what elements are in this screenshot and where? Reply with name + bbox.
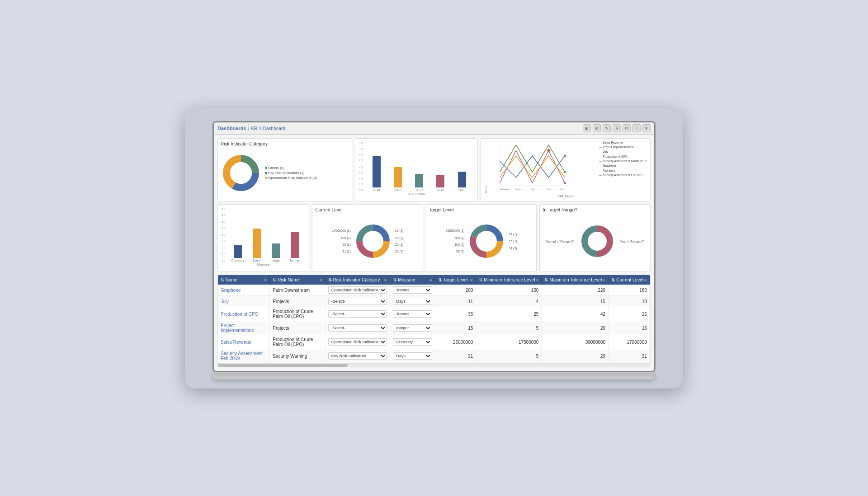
cell-min-cpo: 25 <box>476 307 542 321</box>
select-measure-projimpl[interactable]: Integer Tonnes Days Currency <box>393 324 432 332</box>
cell-name-cpo[interactable]: Production of CPO <box>218 307 270 321</box>
col-ricat-filter-icon[interactable]: ⊞ <box>384 278 387 282</box>
breadcrumb-sub[interactable]: KRI's Dashboard <box>251 126 285 131</box>
col-header-min-tolerance-label: ⇅ Minimum Tolerance Level <box>479 277 535 282</box>
col-header-risk-name[interactable]: ⇅ Risk Name ⊞ <box>270 275 325 285</box>
select-cat-projimpl[interactable]: -Select- Operational Risk Indicators Key… <box>328 324 387 332</box>
action-edit-icon[interactable]: ✎ <box>603 124 611 132</box>
col-header-target-level[interactable]: ⇅ Target Level ⊞ <box>435 275 476 285</box>
browser-bar: Dashboards | KRI's Dashboard ⊞ ⊙ ✎ ⎘ ↻ +… <box>214 122 654 135</box>
target-level-labels-right: 11 (1) 15 (1) 31 (2) <box>509 231 517 252</box>
laptop-base <box>212 373 656 379</box>
bar-integer: Integer <box>268 243 284 262</box>
action-add-icon[interactable]: + <box>632 124 641 132</box>
col-measure-filter-icon[interactable]: ⊞ <box>429 278 432 282</box>
cell-cat-graphene[interactable]: Operational Risk Indicators Key Risk Ind… <box>325 285 390 296</box>
cell-name-july[interactable]: July <box>218 296 270 307</box>
col-header-risk-indicator-cat[interactable]: ⇅ Risk Indicator Category ⊞ <box>325 275 390 285</box>
col-header-measure[interactable]: ⇅ Measure ⊞ <box>390 275 435 285</box>
select-measure-july[interactable]: Days Tonnes Integer Currency <box>393 298 432 305</box>
chart-title-in-target-range: In Target Range? <box>542 207 647 212</box>
line-chart-legend: — Sales Revenue — Project Implementation… <box>598 140 647 194</box>
cell-min-graphene: 150 <box>476 285 542 296</box>
col-mintol-filter-icon[interactable]: ⊞ <box>536 278 538 282</box>
select-measure-graphene[interactable]: Tonnes Days Integer Currency <box>393 286 432 294</box>
measure-bar-chart: 4.03.53.02.52.01.51.00.50.0 Currency Day… <box>217 204 309 272</box>
breadcrumb-main[interactable]: Dashboards <box>217 126 246 131</box>
action-grid-icon[interactable]: ⊞ <box>583 124 591 132</box>
select-cat-graphene[interactable]: Operational Risk Indicators Key Risk Ind… <box>328 286 387 294</box>
col-header-current-level[interactable]: ⇅ Current Level ⊞ <box>609 275 650 285</box>
cell-risk-salesrev: Production of Crude Palm Oil (CPO) <box>270 335 325 349</box>
chart-title-target-level: Target Level <box>429 207 534 212</box>
cell-name-secassess[interactable]: Security Assessment Feb 2019 <box>218 349 270 363</box>
cell-current-graphene: 180 <box>609 285 650 296</box>
cell-name-salesrev[interactable]: Sales Revenue <box>218 335 270 349</box>
col-targetlevel-filter-icon[interactable]: ⊞ <box>470 278 473 282</box>
chart-title-current-level: Current Level <box>315 207 420 212</box>
cell-cat-cpo[interactable]: -Select- Operational Risk Indicators Key… <box>325 307 390 321</box>
target-level-donut-svg <box>466 221 507 262</box>
cell-name-projimpl[interactable]: Project Implementations <box>218 321 270 335</box>
select-cat-salesrev[interactable]: Operational Risk Indicators Key Risk Ind… <box>328 338 387 346</box>
cell-max-july: 15 <box>542 296 609 307</box>
col-header-max-tolerance[interactable]: ⇅ Maximum Tolerance Level ⊞ <box>542 275 609 285</box>
x-label-measure: Measure <box>221 263 306 266</box>
action-close-icon[interactable]: ✕ <box>642 124 651 132</box>
col-header-name[interactable]: ⇅ Name ⊞ <box>218 275 270 285</box>
scrollbar-thumb[interactable] <box>218 364 348 367</box>
cell-target-cpo: 35 <box>435 307 476 321</box>
select-measure-secassess[interactable]: Days Tonnes Integer Currency <box>393 352 432 360</box>
svg-point-19 <box>363 231 383 251</box>
action-copy-icon[interactable]: ⎘ <box>613 124 621 132</box>
cell-measure-secassess[interactable]: Days Tonnes Integer Currency <box>390 349 435 363</box>
table-row: Production of CPO Production of Crude Pa… <box>218 307 650 321</box>
select-cat-july[interactable]: -Select- Operational Risk Indicators Key… <box>328 298 387 305</box>
bar-2019b: 2019 <box>410 174 429 192</box>
cell-risk-secassess: Security Warning <box>270 349 325 363</box>
cell-measure-graphene[interactable]: Tonnes Days Integer Currency <box>390 285 435 296</box>
charts-row-2: 4.03.53.02.52.01.51.00.50.0 Currency Day… <box>217 204 651 272</box>
svg-point-3 <box>230 162 252 184</box>
select-cat-cpo[interactable]: -Select- Operational Risk Indicators Key… <box>328 310 387 318</box>
current-level-labels-left: 17000000 (1) 100 (1) 65 (1) 31 (1) <box>332 227 351 255</box>
col-riskname-filter-icon[interactable]: ⊞ <box>320 278 322 282</box>
cell-max-projimpl: 20 <box>542 321 609 335</box>
breadcrumb: Dashboards | KRI's Dashboard <box>217 126 285 131</box>
cell-target-graphene: 200 <box>435 285 476 296</box>
cell-measure-cpo[interactable]: Tonnes Days Integer Currency <box>390 307 435 321</box>
cell-measure-july[interactable]: Days Tonnes Integer Currency <box>390 296 435 307</box>
svg-point-27 <box>588 232 606 250</box>
legend-kri: ■ Key Risk Indicators (2) <box>265 171 317 175</box>
select-measure-cpo[interactable]: Tonnes Days Integer Currency <box>393 310 432 318</box>
current-level-chart: Current Level 17000000 (1) 100 (1) 65 (1… <box>312 204 423 272</box>
cell-risk-july: Projects <box>270 296 325 307</box>
cell-measure-salesrev[interactable]: Currency Tonnes Days Integer <box>390 335 435 349</box>
cell-cat-salesrev[interactable]: Operational Risk Indicators Key Risk Ind… <box>325 335 390 349</box>
col-name-filter-icon[interactable]: ⊞ <box>264 278 267 282</box>
action-target-icon[interactable]: ⊙ <box>593 124 601 132</box>
cell-min-projimpl: 5 <box>476 321 542 335</box>
risk-indicator-category-chart: Risk Indicator Category <box>217 138 352 201</box>
bar-tonnes: Tonnes <box>287 232 303 262</box>
cell-cat-secassess[interactable]: Key Risk Indicators Operational Risk Ind… <box>325 349 390 363</box>
select-measure-salesrev[interactable]: Currency Tonnes Days Integer <box>393 338 432 346</box>
action-refresh-icon[interactable]: ↻ <box>623 124 631 132</box>
col-currentlevel-filter-icon[interactable]: ⊞ <box>644 278 647 282</box>
cell-cat-july[interactable]: -Select- Operational Risk Indicators Key… <box>325 296 390 307</box>
cell-measure-projimpl[interactable]: Integer Tonnes Days Currency <box>390 321 435 335</box>
cell-name-graphene[interactable]: Graphene <box>218 285 270 296</box>
cell-cat-projimpl[interactable]: -Select- Operational Risk Indicators Key… <box>325 321 390 335</box>
legend-ori: ■ Operational Risk Indicators (3) <box>265 176 317 180</box>
dashboard-content: Risk Indicator Category <box>214 135 654 371</box>
donut-chart-area: ■ Others (3) ■ Key Risk Indicators (2) ■… <box>221 148 349 198</box>
svg-point-6 <box>564 182 566 184</box>
in-target-range-label-left: No, out of Range (4) <box>546 240 574 243</box>
select-cat-secassess[interactable]: Key Risk Indicators Operational Risk Ind… <box>328 352 387 360</box>
col-header-current-level-label: ⇅ Current Level <box>611 277 643 282</box>
horizontal-scrollbar[interactable] <box>218 363 650 367</box>
cell-min-july: 4 <box>476 296 542 307</box>
cell-risk-cpo: Production of Crude Palm Oil (CPO) <box>270 307 325 321</box>
col-maxtol-filter-icon[interactable]: ⊞ <box>603 278 605 282</box>
col-header-min-tolerance[interactable]: ⇅ Minimum Tolerance Level ⊞ <box>476 275 542 285</box>
